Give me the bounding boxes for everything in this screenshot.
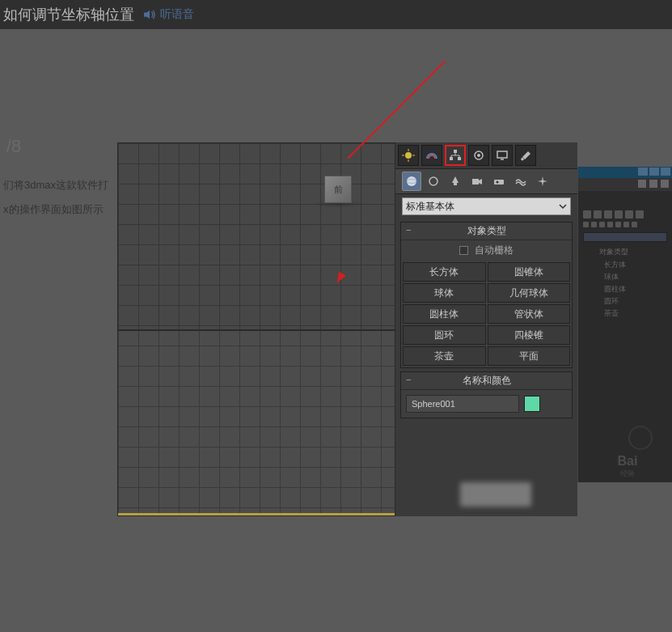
svg-point-0 xyxy=(405,152,412,159)
window-close-button[interactable] xyxy=(661,168,670,176)
far-subtab-icon[interactable] xyxy=(632,222,637,227)
mini-icon[interactable] xyxy=(638,180,646,188)
viewport-grid: 前 xyxy=(118,143,395,515)
far-button[interactable]: 长方体 xyxy=(580,259,670,271)
btn-cone[interactable]: 圆锥体 xyxy=(488,262,571,282)
svg-rect-20 xyxy=(454,183,457,185)
far-dropdown[interactable] xyxy=(583,232,667,242)
object-color-swatch[interactable] xyxy=(524,396,540,412)
far-subtab-icon[interactable] xyxy=(591,222,597,227)
tab-motion[interactable] xyxy=(468,145,489,166)
far-button[interactable]: 球体 xyxy=(580,271,670,283)
auto-grid-label: 自动栅格 xyxy=(475,244,514,256)
far-tab-icon[interactable] xyxy=(594,210,602,218)
far-tab-icon[interactable] xyxy=(625,210,633,218)
speaker-icon xyxy=(142,9,157,20)
watermark: Bai 经验 xyxy=(583,450,672,482)
watermark-logo: Bai xyxy=(618,454,638,469)
btn-geosphere[interactable]: 几何球体 xyxy=(488,283,571,303)
far-subtab-icon[interactable] xyxy=(615,222,621,227)
step-number: /8 xyxy=(6,136,21,157)
subtab-helpers[interactable] xyxy=(489,172,509,191)
rollout-header-name-color[interactable]: − 名称和颜色 xyxy=(401,372,572,390)
rollout-header-object-type[interactable]: − 对象类型 xyxy=(401,223,572,240)
btn-tube[interactable]: 管状体 xyxy=(488,304,571,324)
mini-icon[interactable] xyxy=(649,180,657,188)
viewport[interactable]: 前 xyxy=(117,142,395,516)
far-tab-icon[interactable] xyxy=(583,210,591,218)
btn-teapot[interactable]: 茶壶 xyxy=(403,346,486,366)
far-subtab-icon[interactable] xyxy=(623,222,629,227)
svg-rect-21 xyxy=(472,179,479,185)
svg-point-13 xyxy=(477,154,480,157)
object-name-input[interactable] xyxy=(406,395,519,413)
btn-pyramid[interactable]: 四棱锥 xyxy=(488,325,571,345)
helper-icon xyxy=(492,175,505,188)
svg-rect-6 xyxy=(450,157,453,160)
main-tabs xyxy=(395,142,577,168)
body-text-1: 们将3dmax这款软件打 xyxy=(3,178,108,193)
far-subtab-icon[interactable] xyxy=(599,222,605,227)
name-color-rollout: − 名称和颜色 xyxy=(400,371,573,418)
page-title: 如何调节坐标轴位置 xyxy=(3,5,134,24)
audio-link[interactable]: 听语音 xyxy=(142,7,194,22)
hammer-icon xyxy=(519,149,532,162)
tab-hierarchy[interactable] xyxy=(445,145,466,166)
window-min-button[interactable] xyxy=(638,168,648,176)
btn-plane[interactable]: 平面 xyxy=(488,346,571,366)
display-icon xyxy=(496,149,509,162)
svg-rect-14 xyxy=(497,151,507,158)
far-button[interactable]: 圆柱体 xyxy=(580,283,670,295)
header-bar: 如何调节坐标轴位置 听语音 xyxy=(0,0,672,29)
mini-icon[interactable] xyxy=(661,180,669,188)
tab-modify[interactable] xyxy=(421,145,442,166)
shapes-icon xyxy=(427,175,440,188)
far-tab-icon[interactable] xyxy=(604,210,612,218)
svg-rect-5 xyxy=(454,150,457,153)
blurred-region xyxy=(460,482,531,507)
far-tab-icon[interactable] xyxy=(636,210,644,218)
subtab-cameras[interactable] xyxy=(467,172,487,191)
sphere-icon xyxy=(405,175,418,188)
horizon-line xyxy=(118,329,395,331)
object-button-grid: 长方体 圆锥体 球体 几何球体 圆柱体 管状体 圆环 四棱锥 茶壶 平面 xyxy=(401,261,572,367)
rainbow-icon xyxy=(425,149,438,162)
command-panel: 标准基本体 − 对象类型 自动栅格 长方体 圆锥体 球体 几何球体 圆柱体 管状… xyxy=(395,142,577,516)
svg-rect-7 xyxy=(458,157,461,160)
far-toolbar xyxy=(578,178,672,191)
viewcube[interactable]: 前 xyxy=(324,176,352,203)
subtab-spacewarps[interactable] xyxy=(511,172,530,191)
star-icon xyxy=(536,175,549,188)
tab-display[interactable] xyxy=(492,145,513,166)
collapse-icon: − xyxy=(406,225,411,235)
auto-grid-checkbox[interactable] xyxy=(459,246,468,255)
far-tab-icon[interactable] xyxy=(615,210,623,218)
far-button[interactable]: 茶壶 xyxy=(580,308,670,320)
watermark-sub: 经验 xyxy=(620,469,635,479)
tab-utilities[interactable] xyxy=(515,145,536,166)
subtab-geometry[interactable] xyxy=(402,172,421,191)
primitive-dropdown[interactable]: 标准基本体 xyxy=(402,197,571,215)
far-subtab-icon[interactable] xyxy=(583,222,589,227)
svg-rect-22 xyxy=(494,180,504,185)
sub-tabs xyxy=(395,168,577,194)
btn-torus[interactable]: 圆环 xyxy=(403,325,486,345)
far-button[interactable]: 圆环 xyxy=(580,295,670,308)
window-titlebar xyxy=(578,167,672,178)
object-type-rollout: − 对象类型 自动栅格 长方体 圆锥体 球体 几何球体 圆柱体 管状体 圆环 四… xyxy=(400,222,573,368)
subtab-systems[interactable] xyxy=(533,172,552,191)
btn-box[interactable]: 长方体 xyxy=(403,262,486,282)
timeline-bar xyxy=(118,513,395,515)
window-max-button[interactable] xyxy=(649,168,659,176)
subtab-lights[interactable] xyxy=(446,172,465,191)
btn-sphere[interactable]: 球体 xyxy=(403,283,486,303)
tab-create[interactable] xyxy=(398,145,419,166)
subtab-shapes[interactable] xyxy=(424,172,443,191)
svg-point-23 xyxy=(497,181,499,184)
btn-cylinder[interactable]: 圆柱体 xyxy=(403,304,486,324)
hierarchy-icon xyxy=(449,149,462,162)
svg-point-17 xyxy=(407,176,416,186)
svg-point-19 xyxy=(429,177,437,185)
viewcube-ring xyxy=(628,426,653,450)
far-subtab-icon[interactable] xyxy=(607,222,613,227)
